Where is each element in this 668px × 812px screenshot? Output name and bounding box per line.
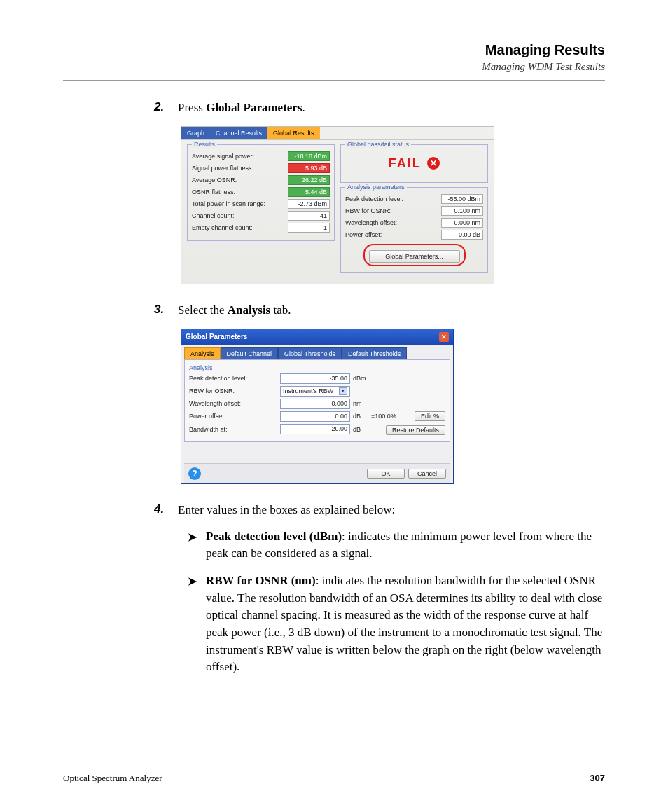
bullet-arrow-icon: ➤ xyxy=(188,574,206,676)
step-4-number: 4. xyxy=(154,502,178,518)
step-3-number: 3. xyxy=(154,303,178,319)
flatness-label: Signal power flatness: xyxy=(192,165,253,172)
step-3-pre: Select the xyxy=(178,303,228,317)
step-3-post: tab. xyxy=(270,303,291,317)
rbw-label: RBW for OSNR: xyxy=(345,207,391,214)
tab-default-channel[interactable]: Default Channel xyxy=(221,347,279,359)
flatness-value: 5.93 dB xyxy=(288,163,330,173)
help-icon[interactable]: ? xyxy=(188,467,201,480)
tab-default-thresholds[interactable]: Default Thresholds xyxy=(342,347,407,359)
wloff-value: 0.000 nm xyxy=(441,218,483,228)
fail-icon: ✕ xyxy=(427,157,440,170)
rbw-value: 0.100 nm xyxy=(441,206,483,216)
step-3-text: Select the Analysis tab. xyxy=(178,303,291,319)
gp-bw-input[interactable]: 20.00 xyxy=(280,424,350,434)
step-2-text: Press Global Parameters. xyxy=(178,100,305,116)
bullet-1-bold: Peak detection level (dBm) xyxy=(206,530,342,543)
gp-poff-unit: dB xyxy=(353,413,368,420)
gp-wloff-unit: nm xyxy=(353,400,368,407)
page-header-title: Managing Results xyxy=(63,42,605,58)
avg-osnr-value: 26.22 dB xyxy=(288,175,330,185)
gp-poff-pct: =100.0% xyxy=(371,413,406,420)
screenshot-global-parameters-dialog: Global Parameters ✕ Analysis Default Cha… xyxy=(181,329,454,484)
tab-analysis[interactable]: Analysis xyxy=(184,347,221,359)
restore-defaults-button[interactable]: Restore Defaults xyxy=(386,425,445,435)
empty-count-value: 1 xyxy=(288,223,330,233)
poff-value: 0.00 dB xyxy=(441,230,483,240)
total-power-label: Total power in scan range: xyxy=(192,200,265,207)
avg-signal-value: -18.18 dBm xyxy=(288,151,330,161)
gp-bw-unit: dB xyxy=(353,426,368,433)
step-2-post: . xyxy=(302,101,305,114)
header-divider xyxy=(63,80,605,81)
empty-count-label: Empty channel count: xyxy=(192,224,253,231)
fail-text: FAIL xyxy=(389,156,422,171)
gp-peak-label: Peak detection level: xyxy=(189,375,280,382)
gp-bw-label: Bandwidth at: xyxy=(189,426,280,433)
gp-peak-unit: dBm xyxy=(353,375,368,382)
edit-percent-button[interactable]: Edit % xyxy=(415,411,445,421)
step-2-pre: Press xyxy=(178,101,206,114)
bullet-arrow-icon: ➤ xyxy=(188,530,206,563)
tab-graph[interactable]: Graph xyxy=(181,127,210,139)
gp-rbw-value: Instrument's RBW xyxy=(283,387,333,394)
global-params-highlight: Global Parameters... xyxy=(363,244,466,266)
gp-poff-input[interactable]: 0.00 xyxy=(280,411,350,422)
bullet-2-bold: RBW for OSNR (nm) xyxy=(206,574,316,587)
analysis-params-legend: Analysis parameters xyxy=(345,184,407,191)
gp-wloff-input[interactable]: 0.000 xyxy=(280,399,350,409)
total-power-value: -2.73 dBm xyxy=(288,199,330,209)
gp-poff-label: Power offset: xyxy=(189,413,280,420)
step-2-bold: Global Parameters xyxy=(206,101,302,114)
avg-signal-label: Average signal power: xyxy=(192,153,254,160)
passfail-legend: Global pass/fail status xyxy=(345,141,411,148)
wloff-label: Wavelength offset: xyxy=(345,219,397,226)
peak-label: Peak detection level: xyxy=(345,195,403,202)
page-header-subtitle: Managing WDM Test Results xyxy=(63,61,605,73)
results-legend: Results xyxy=(192,141,217,148)
chevron-down-icon: ▾ xyxy=(339,387,347,395)
gp-rbw-select[interactable]: Instrument's RBW ▾ xyxy=(280,386,350,397)
dialog-title: Global Parameters xyxy=(186,333,247,340)
chan-count-label: Channel count: xyxy=(192,212,235,219)
cancel-button[interactable]: Cancel xyxy=(408,469,446,479)
bullet-peak-detection: Peak detection level (dBm): indicates th… xyxy=(206,528,605,563)
gp-rbw-label: RBW for OSNR: xyxy=(189,387,280,394)
bullet-rbw-osnr: RBW for OSNR (nm): indicates the resolut… xyxy=(206,572,605,676)
ok-button[interactable]: OK xyxy=(367,469,405,479)
poff-label: Power offset: xyxy=(345,231,382,238)
avg-osnr-label: Average OSNR: xyxy=(192,177,237,184)
step-2-number: 2. xyxy=(154,100,178,116)
chan-count-value: 41 xyxy=(288,211,330,221)
gp-wloff-label: Wavelength offset: xyxy=(189,400,280,407)
analysis-section-label: Analysis xyxy=(189,364,445,371)
tab-global-thresholds[interactable]: Global Thresholds xyxy=(278,347,342,359)
step-3-bold: Analysis xyxy=(228,303,270,317)
tab-global-results[interactable]: Global Results xyxy=(267,127,320,139)
footer-page-number: 307 xyxy=(590,773,605,784)
osnr-flat-label: OSNR flatness: xyxy=(192,188,235,195)
step-4-text: Enter values in the boxes as explained b… xyxy=(178,502,395,518)
global-parameters-button[interactable]: Global Parameters... xyxy=(369,250,460,263)
osnr-flat-value: 5.44 dB xyxy=(288,187,330,197)
gp-peak-input[interactable]: -35.00 xyxy=(280,373,350,384)
tab-channel-results[interactable]: Channel Results xyxy=(210,127,267,139)
bullet-2-text: : indicates the resolution bandwidth for… xyxy=(206,574,602,673)
close-icon[interactable]: ✕ xyxy=(439,332,449,342)
screenshot-global-results: Graph Channel Results Global Results Res… xyxy=(181,126,494,284)
peak-value: -55.00 dBm xyxy=(441,194,483,204)
footer-product: Optical Spectrum Analyzer xyxy=(63,773,162,784)
